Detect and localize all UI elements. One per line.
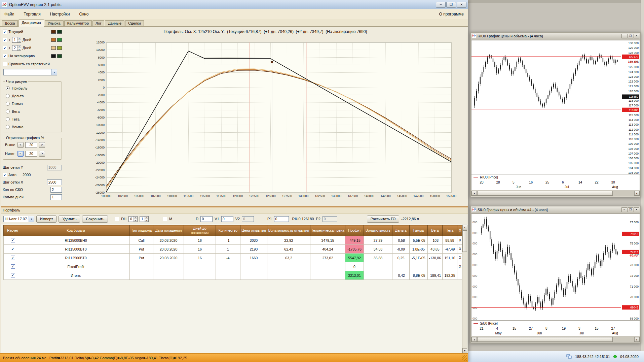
scroll-up-icon[interactable] (462, 225, 467, 230)
row-checkbox[interactable] (11, 238, 15, 242)
draw-option-1[interactable]: Дельта (5, 92, 60, 100)
dh-spinner-1[interactable]: 0 (128, 216, 138, 222)
calc-go-button[interactable]: Рассчитать ГО (367, 216, 399, 223)
tab-6[interactable]: Сделки (125, 20, 144, 26)
menu-item-1[interactable]: Торговля (24, 12, 41, 17)
tab-3[interactable]: Калькулятор (64, 20, 92, 26)
title-bar[interactable]: OptionFVV версия 2.1 public (0, 0, 468, 9)
siu0-title-bar[interactable]: SiU0 График цены и объёма #4 - [4 часа] (471, 206, 640, 214)
v2-field[interactable] (242, 216, 254, 222)
draw-option-3[interactable]: Вега (5, 107, 60, 115)
scroll-right-icon[interactable] (634, 337, 640, 342)
column-header-0[interactable]: Расчет (4, 225, 22, 236)
minimize-button[interactable] (621, 207, 627, 212)
compare-checkbox[interactable] (3, 62, 7, 66)
siu0-candle-chart[interactable]: 77 00000076 00000075 00000074 00000073 0… (471, 214, 640, 321)
close-button[interactable] (634, 207, 639, 212)
menu-item-0[interactable]: Файл (4, 12, 14, 17)
column-header-6[interactable]: Цена открытия (240, 225, 267, 236)
color-swatch[interactable] (57, 38, 62, 42)
column-header-2[interactable]: Тип опциона (130, 225, 153, 236)
series-checkbox-1[interactable] (3, 38, 7, 42)
dh-spinner-2[interactable]: 1 (140, 216, 149, 222)
color-swatch[interactable] (51, 46, 56, 50)
scroll-left-icon[interactable] (471, 191, 477, 196)
column-header-13[interactable]: Вега (428, 225, 443, 236)
column-header-11[interactable]: Дельта (392, 225, 410, 236)
auto-checkbox[interactable] (3, 173, 7, 177)
riu0-title-bar[interactable]: RIU0 График цены и объёма - [4 часа] (471, 33, 640, 40)
p2-field[interactable] (323, 216, 337, 222)
decrease-button[interactable] (17, 142, 24, 148)
grid-y-field[interactable] (47, 165, 62, 170)
payoff-chart-plot[interactable]: -28000-26000-24000-22000-20000-18000-160… (63, 33, 467, 206)
portfolio-row-2[interactable]: RI112500BT0Put20.08.202016-4166063,2273,… (4, 254, 463, 262)
close-button[interactable] (634, 34, 639, 38)
color-swatch[interactable] (51, 30, 56, 34)
tab-0[interactable]: Доска (2, 20, 18, 26)
scroll-right-icon[interactable] (634, 191, 640, 196)
scrollbar-thumb[interactable] (477, 191, 613, 196)
column-header-7[interactable]: Волатильность открытия (267, 225, 310, 236)
sko-count-field[interactable] (50, 187, 62, 193)
save-button[interactable]: Сохранить (82, 216, 108, 223)
column-header-12[interactable]: Гамма (410, 225, 428, 236)
increase-button[interactable] (39, 151, 45, 157)
chevron-down-icon[interactable]: ▼ (51, 69, 57, 75)
days-spinner-2[interactable]: 2 (12, 45, 21, 51)
tab-4[interactable]: Лог (92, 20, 104, 26)
column-header-5[interactable]: Количество (216, 225, 240, 236)
color-swatch[interactable] (51, 54, 56, 58)
maximize-button[interactable] (628, 207, 633, 212)
menu-item-2[interactable]: Настройки (50, 12, 70, 17)
series-checkbox-3[interactable] (3, 54, 7, 58)
tab-2[interactable]: Улыбка (45, 20, 64, 26)
m-checkbox[interactable] (163, 217, 167, 221)
color-swatch[interactable] (57, 46, 62, 50)
color-swatch[interactable] (57, 30, 62, 34)
minimize-button[interactable] (436, 2, 446, 8)
p1-field[interactable] (274, 216, 289, 222)
tab-1[interactable]: Диаграмма (18, 20, 44, 27)
siu0-scrollbar[interactable] (471, 337, 640, 342)
days-spinner-1[interactable]: 1 (12, 37, 21, 43)
series-checkbox-0[interactable] (3, 30, 7, 34)
days-count-field[interactable] (50, 194, 62, 200)
table-scrollbar[interactable] (462, 225, 467, 354)
column-header-4[interactable]: Дней до погашения (184, 225, 216, 236)
portfolio-row-0[interactable]: RI125000BH0Call20.08.202016-1303022,9234… (4, 236, 463, 245)
scroll-down-icon[interactable] (462, 348, 467, 353)
v1-field[interactable] (221, 216, 233, 222)
maximize-button[interactable] (446, 2, 456, 8)
column-header-14[interactable]: Тета (443, 225, 457, 236)
draw-option-0[interactable]: Прибыль (5, 84, 60, 92)
tab-5[interactable]: Данные (105, 20, 124, 26)
draw-option-2[interactable]: Гамма (5, 100, 60, 107)
portfolio-row-4[interactable]: Итого:3313,01-0,42-8,8E-05-189,41192,25 (4, 271, 463, 280)
status-dot-icon[interactable] (613, 355, 617, 358)
riu0-scrollbar[interactable] (471, 191, 640, 196)
series-checkbox-2[interactable] (3, 46, 7, 50)
preset-dropdown[interactable]: НН-авг 17.07. ▼ (3, 216, 34, 222)
row-checkbox[interactable] (11, 273, 15, 277)
draw-option-4[interactable]: Тета (5, 115, 60, 123)
row-checkbox[interactable] (11, 264, 15, 269)
range-value-field[interactable]: 20 (25, 142, 37, 148)
scroll-left-icon[interactable] (471, 337, 477, 342)
dh-checkbox[interactable] (115, 217, 119, 221)
portfolio-row-3[interactable]: FixedProfit0X (4, 262, 463, 271)
color-swatch[interactable] (51, 38, 56, 42)
portfolio-row-1[interactable]: RI115000BT0Put20.08.2020161219062,43404,… (4, 245, 463, 254)
row-checkbox[interactable] (11, 256, 15, 260)
minimize-button[interactable] (621, 34, 627, 38)
strategy-dropdown[interactable]: ▼ (3, 69, 57, 75)
draw-option-5[interactable]: Вомма (5, 123, 60, 131)
range-value-field[interactable]: 20 (25, 151, 37, 157)
network-icon[interactable] (566, 354, 572, 359)
chevron-down-icon[interactable]: ▼ (29, 216, 34, 222)
scrollbar-thumb[interactable] (477, 337, 613, 342)
maximize-button[interactable] (628, 34, 633, 38)
grid-x-field[interactable] (47, 179, 62, 185)
menu-item-about[interactable]: О программе (439, 12, 464, 17)
column-header-10[interactable]: Волатильность (364, 225, 392, 236)
